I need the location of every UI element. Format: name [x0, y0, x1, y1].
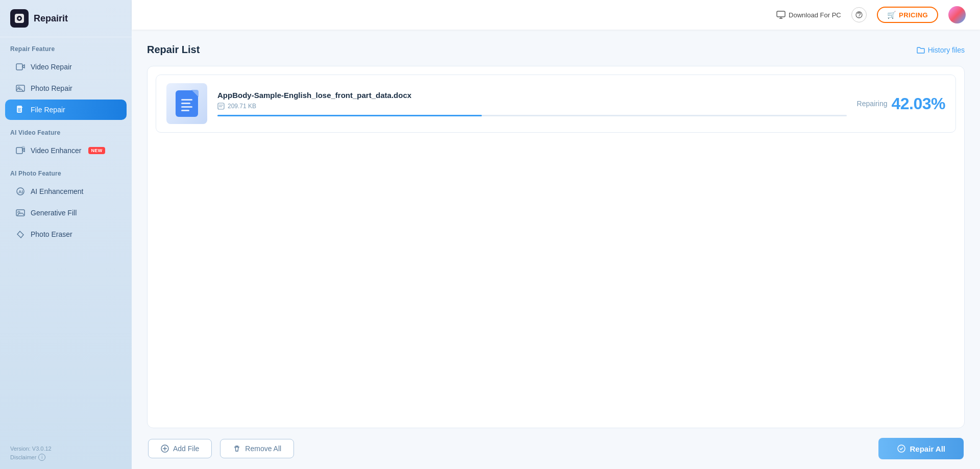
ai-video-feature-section: AI Video Feature Video Enhancer NEW [0, 121, 132, 162]
ai-video-feature-label: AI Video Feature [0, 121, 132, 139]
new-badge: NEW [88, 147, 105, 154]
photo-repair-icon [15, 83, 26, 93]
sidebar-item-photo-eraser[interactable]: Photo Eraser [5, 224, 127, 244]
repair-list-title: Repair List [147, 44, 200, 56]
svg-rect-19 [218, 103, 224, 109]
svg-point-2 [18, 17, 20, 19]
disclaimer-text: Disclaimer [10, 454, 36, 460]
repair-icon [897, 444, 906, 453]
repairing-pct: 42.03% [891, 94, 945, 113]
sidebar-footer: Version: V3.0.12 Disclaimer i [0, 437, 132, 469]
file-item: AppBody-Sample-English_lose_front_part_d… [156, 75, 956, 133]
file-name: AppBody-Sample-English_lose_front_part_d… [217, 91, 847, 100]
cart-icon: 🛒 [887, 11, 896, 19]
trash-icon [233, 445, 241, 453]
ai-enhancement-icon: AI [15, 186, 26, 196]
logo-icon [10, 9, 29, 28]
logo-text: Repairit [34, 13, 68, 24]
add-file-icon [161, 445, 169, 453]
user-avatar[interactable] [948, 6, 966, 23]
generative-fill-icon [15, 208, 26, 218]
svg-point-18 [859, 16, 860, 17]
history-files-label: History files [928, 46, 965, 54]
download-for-pc-btn[interactable]: Download For PC [776, 10, 841, 19]
info-icon: i [38, 454, 45, 461]
sidebar-item-ai-enhancement[interactable]: AI AI Enhancement [5, 181, 127, 202]
svg-text:AI: AI [18, 189, 23, 194]
doc-lines [177, 92, 197, 115]
file-doc-icon [176, 90, 198, 117]
repair-feature-section: Repair Feature Video Repair Photo Repair [0, 37, 132, 121]
file-list-area: AppBody-Sample-English_lose_front_part_d… [147, 66, 965, 428]
version-text: Version: V3.0.12 [10, 446, 121, 452]
sidebar-item-photo-repair[interactable]: Photo Repair [5, 78, 127, 98]
add-file-label: Add File [173, 445, 199, 453]
pricing-btn[interactable]: 🛒 PRICING [877, 7, 938, 23]
sidebar-item-generative-fill[interactable]: Generative Fill [5, 203, 127, 223]
help-btn[interactable] [851, 7, 867, 22]
svg-rect-3 [16, 64, 22, 70]
download-label: Download For PC [789, 11, 841, 19]
video-repair-icon [15, 62, 26, 72]
sidebar-item-video-enhancer[interactable]: Video Enhancer NEW [5, 140, 127, 161]
video-repair-label: Video Repair [31, 63, 72, 71]
generative-fill-label: Generative Fill [31, 209, 77, 217]
topbar: Download For PC 🛒 PRICING [132, 0, 980, 30]
photo-repair-label: Photo Repair [31, 84, 72, 92]
file-repair-icon [15, 105, 26, 115]
file-progress-fill [217, 115, 482, 116]
repairing-label: Repairing [857, 100, 888, 108]
photo-eraser-label: Photo Eraser [31, 230, 72, 238]
video-enhancer-label: Video Enhancer [31, 146, 81, 155]
repair-all-label: Repair All [910, 445, 945, 453]
file-size: 209.71 KB [228, 103, 256, 110]
pricing-label: PRICING [899, 11, 928, 19]
monitor-icon [776, 10, 786, 19]
svg-rect-4 [16, 85, 24, 91]
content: Repair List History files [132, 30, 980, 469]
sidebar: Repairit Repair Feature Video Repair Pho… [0, 0, 132, 469]
add-file-btn[interactable]: Add File [148, 439, 212, 458]
file-info: AppBody-Sample-English_lose_front_part_d… [217, 91, 847, 116]
history-files-btn[interactable]: History files [917, 46, 965, 54]
remove-all-label: Remove All [245, 445, 281, 453]
doc-line [181, 99, 192, 101]
sidebar-item-file-repair[interactable]: File Repair [5, 100, 127, 120]
svg-rect-16 [777, 11, 785, 17]
doc-line [181, 110, 189, 111]
content-header: Repair List History files [147, 44, 965, 56]
file-thumbnail [166, 83, 207, 124]
folder-icon [917, 46, 925, 54]
svg-rect-10 [16, 147, 22, 154]
photo-eraser-icon [15, 229, 26, 239]
disclaimer-row[interactable]: Disclaimer i [10, 454, 121, 461]
logo-area[interactable]: Repairit [0, 0, 132, 37]
ai-photo-feature-section: AI Photo Feature AI AI Enhancement Gener… [0, 162, 132, 245]
doc-line [181, 106, 192, 108]
headset-icon [855, 11, 863, 19]
file-size-icon [217, 103, 225, 110]
file-size-row: 209.71 KB [217, 103, 847, 110]
ai-enhancement-label: AI Enhancement [31, 187, 84, 195]
ai-photo-feature-label: AI Photo Feature [0, 162, 132, 180]
bottom-bar: Add File Remove All Repair All [147, 428, 965, 469]
remove-all-btn[interactable]: Remove All [220, 439, 294, 458]
sidebar-item-video-repair[interactable]: Video Repair [5, 57, 127, 77]
file-repair-label: File Repair [31, 106, 65, 114]
main-area: Download For PC 🛒 PRICING Repair List Hi… [132, 0, 980, 469]
file-progress-bar [217, 115, 847, 116]
doc-line [181, 103, 190, 104]
video-enhancer-icon [15, 145, 26, 156]
repair-status: Repairing 42.03% [857, 94, 945, 113]
repair-all-btn[interactable]: Repair All [878, 438, 964, 459]
repair-feature-label: Repair Feature [0, 37, 132, 56]
